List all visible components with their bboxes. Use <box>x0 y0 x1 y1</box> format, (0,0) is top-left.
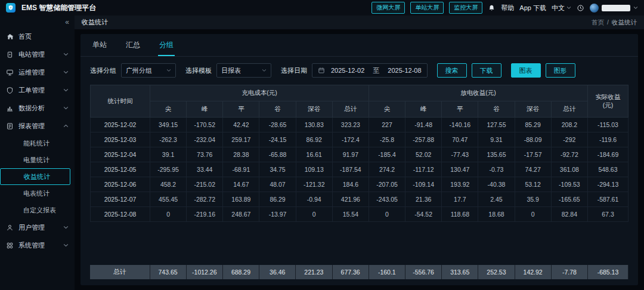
cell-value: -54.52 <box>405 207 442 222</box>
search-button[interactable]: 搜索 <box>437 63 467 78</box>
date-filter-label: 选择日期 <box>281 66 307 75</box>
cell-value: -0.94 <box>296 192 332 207</box>
cell-value: 17.7 <box>442 192 478 207</box>
sidebar-item-label: 首页 <box>18 32 32 41</box>
user-menu[interactable] <box>590 4 638 13</box>
cell-value: -119.6 <box>588 132 628 147</box>
group-select[interactable]: 广州分组 <box>121 63 176 78</box>
sidebar-item-home[interactable]: 首页 <box>0 27 75 45</box>
sidebar-item-label: 报表管理 <box>18 122 45 131</box>
graph-view-button[interactable]: 图形 <box>546 63 575 78</box>
table-row: 2025-12-080-219.16248.67-13.97015.540-54… <box>91 207 628 222</box>
cell-date: 2025-12-07 <box>91 192 150 207</box>
tab-summary[interactable]: 汇总 <box>125 34 141 56</box>
cell-value: 18.68 <box>478 207 515 222</box>
app-root: EMS 智慧储能管理平台 微网大屏 单站大屏 监控大屏 帮助 App 下载 中文… <box>0 0 644 290</box>
cell-value: -184.69 <box>588 147 628 162</box>
sidebar-subitem-energy-stats[interactable]: 能耗统计 <box>0 135 75 152</box>
cell-value: 458.2 <box>150 177 187 192</box>
table-row: 2025-12-05-295.9533.44-68.9134.75109.13-… <box>91 162 628 177</box>
language-label: 中文 <box>552 4 565 13</box>
station-icon <box>6 51 14 58</box>
subheader-charge: 平 <box>223 101 259 118</box>
cell-value: -292 <box>551 132 587 147</box>
cell-value: 34.75 <box>259 162 296 177</box>
download-button[interactable]: 下载 <box>472 63 501 78</box>
cell-date: 2025-12-02 <box>91 118 150 132</box>
cell-value: 74.27 <box>515 162 551 177</box>
sidebar-subitem-power-stats[interactable]: 电量统计 <box>0 152 75 168</box>
home-icon <box>6 33 14 41</box>
cell-value: -295.95 <box>150 162 187 177</box>
cell-value: 130.83 <box>296 118 332 132</box>
subheader-charge: 峰 <box>187 101 223 118</box>
cell-value: 0 <box>369 207 405 222</box>
cell-value: -77.43 <box>442 147 478 162</box>
cell-value: 135.65 <box>478 147 515 162</box>
sidebar-subitem-custom-report[interactable]: 自定义报表 <box>0 202 75 218</box>
cell-value: 127.55 <box>478 118 515 132</box>
cell-value: -243.05 <box>369 192 405 207</box>
chevron-down-icon <box>566 6 571 10</box>
topbar: EMS 智慧储能管理平台 微网大屏 单站大屏 监控大屏 帮助 App 下载 中文 <box>0 0 644 16</box>
sidebar-subitem-revenue-stats[interactable]: 收益统计 <box>0 168 70 185</box>
totals-value: 252.53 <box>478 265 515 279</box>
chart-view-button[interactable]: 图表 <box>511 63 541 78</box>
cell-value: -172.4 <box>332 132 369 147</box>
chevron-down-icon <box>63 88 69 92</box>
col-header-actual: 实际收益 (元) <box>588 85 628 118</box>
subheader-discharge: 平 <box>442 101 478 118</box>
sidebar-subitem-meter-stats[interactable]: 电表统计 <box>0 185 75 202</box>
collapse-sidebar-icon[interactable]: « <box>0 17 75 27</box>
ops-icon <box>6 69 14 76</box>
table-row: 2025-12-07455.45-282.72163.8986.29-0.944… <box>91 192 628 207</box>
monitor-screen-button[interactable]: 监控大屏 <box>449 2 482 14</box>
subheader-charge: 深谷 <box>296 101 332 118</box>
sidebar-item-ops-mgmt[interactable]: 运维管理 <box>0 63 75 81</box>
chevron-down-icon <box>63 70 69 74</box>
template-select[interactable]: 日报表 <box>216 63 271 78</box>
sidebar-item-label: 运维管理 <box>18 68 45 77</box>
cell-value: -294.13 <box>588 177 628 192</box>
app-download-link[interactable]: App 下载 <box>519 4 546 13</box>
group-select-value: 广州分组 <box>126 66 152 75</box>
cell-value: 361.08 <box>551 162 587 177</box>
cell-value: -17.57 <box>515 147 551 162</box>
report-icon <box>6 122 14 130</box>
workorder-icon <box>6 87 14 94</box>
cell-value: 193.92 <box>442 177 478 192</box>
tab-single-station[interactable]: 单站 <box>91 34 108 56</box>
content-panel: 单站汇总分组 选择分组 广州分组 选择模板 日报表 选择日期 <box>80 34 638 285</box>
date-range-picker[interactable]: 2025-12-02 至 2025-12-08 <box>312 63 428 78</box>
sidebar-item-data-analysis[interactable]: 数据分析 <box>0 99 75 117</box>
sidebar-item-system-mgmt[interactable]: 系统管理 <box>0 236 75 254</box>
cell-value: 9.31 <box>478 132 515 147</box>
breadcrumb-home[interactable]: 首页 <box>592 18 604 27</box>
help-link[interactable]: 帮助 <box>501 4 514 13</box>
clock-icon[interactable] <box>577 4 584 12</box>
single-station-screen-button[interactable]: 单站大屏 <box>410 2 444 14</box>
cell-value: 0 <box>150 207 187 222</box>
cell-value: -207.05 <box>369 177 405 192</box>
main-content: 收益统计 首页 / 收益统计 单站汇总分组 选择分组 广州分组 选择模板 <box>75 16 644 290</box>
date-end: 2025-12-08 <box>388 67 421 74</box>
tab-group[interactable]: 分组 <box>158 34 175 56</box>
cell-value: 2.45 <box>478 192 515 207</box>
cell-value: -25.8 <box>369 132 405 147</box>
microgrid-screen-button[interactable]: 微网大屏 <box>371 2 405 14</box>
tabs: 单站汇总分组 <box>80 34 638 57</box>
notification-bell-icon[interactable] <box>488 4 496 12</box>
page-title: 收益统计 <box>82 18 108 27</box>
cell-date: 2025-12-03 <box>91 132 150 147</box>
totals-value: 688.29 <box>222 265 259 279</box>
sidebar-item-report-mgmt[interactable]: 报表管理 <box>0 117 75 135</box>
chevron-down-icon <box>166 69 171 72</box>
calendar-icon <box>318 67 325 74</box>
chevron-up-icon <box>63 124 69 128</box>
sidebar-item-workorder-mgmt[interactable]: 工单管理 <box>0 81 75 99</box>
cell-date: 2025-12-04 <box>91 147 150 162</box>
cell-value: 274.2 <box>369 162 405 177</box>
sidebar-item-user-mgmt[interactable]: 用户管理 <box>0 218 75 236</box>
language-selector[interactable]: 中文 <box>552 4 571 13</box>
sidebar-item-station-mgmt[interactable]: 电站管理 <box>0 45 75 63</box>
